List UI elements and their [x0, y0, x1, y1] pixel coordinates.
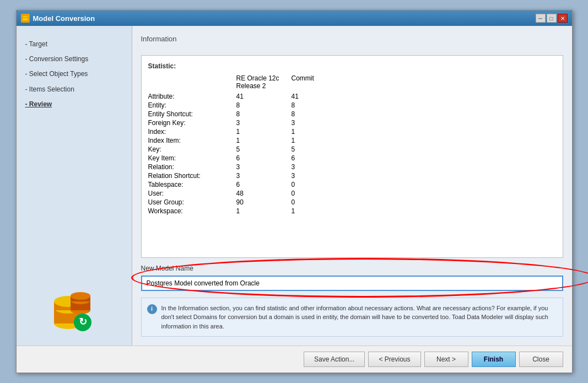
database-icon-stack: ↻ [52, 290, 96, 335]
info-icon: i [147, 304, 157, 314]
stat-name: Attribute: [148, 93, 236, 100]
table-row: Relation Shortcut: 3 3 [148, 171, 556, 180]
stats-rows: Attribute: 41 41 Entity: 8 8 Entity Shor… [148, 92, 556, 215]
table-row: Foreign Key: 3 3 [148, 118, 556, 127]
sidebar-item-items-selection[interactable]: - Items Selection [22, 82, 126, 97]
stat-commit-value: 3 [292, 163, 347, 171]
stat-re-value: 6 [236, 154, 292, 162]
table-row: Tablespace: 6 0 [148, 180, 556, 189]
stat-commit-value: 0 [292, 181, 347, 188]
titlebar: Model Conversion ─ □ ✕ [17, 10, 572, 26]
close-button[interactable]: Close [519, 352, 563, 367]
svg-text:↻: ↻ [79, 316, 87, 327]
stat-commit-value: 5 [292, 145, 347, 153]
main-panel: Information Statistic: RE Oracle 12c Rel… [132, 26, 572, 346]
stat-name: Tablespace: [148, 181, 236, 188]
stat-re-value: 3 [236, 172, 292, 180]
stat-name: Relation Shortcut: [148, 172, 236, 180]
col-re-header: RE Oracle 12c Release 2 [236, 74, 292, 90]
statistic-label: Statistic: [148, 62, 556, 70]
sidebar-item-select-object-types[interactable]: - Select Object Types [22, 67, 126, 82]
table-row: Entity Shortcut: 8 8 [148, 110, 556, 118]
stat-commit-value: 1 [292, 137, 347, 144]
stat-re-value: 8 [236, 101, 292, 109]
close-window-button[interactable]: ✕ [558, 14, 568, 23]
stat-name: User: [148, 190, 236, 197]
footer: Save Action... < Previous Next > Finish … [17, 346, 572, 373]
stat-name: Index Item: [148, 137, 236, 144]
stat-commit-value: 1 [292, 207, 347, 215]
sidebar-icon-area: ↻ [22, 279, 126, 335]
info-note-text: In the Information section, you can find… [161, 304, 557, 331]
table-row: User Group: 90 0 [148, 198, 556, 207]
window-title: Model Conversion [33, 14, 95, 23]
stat-name: Entity: [148, 101, 236, 109]
sidebar-item-review[interactable]: - Review [22, 97, 126, 112]
stat-commit-value: 8 [292, 101, 347, 109]
stat-name: Relation: [148, 163, 236, 171]
stat-re-value: 90 [236, 198, 292, 206]
svg-point-12 [71, 292, 90, 300]
next-button[interactable]: Next > [424, 352, 468, 367]
stat-commit-value: 8 [292, 110, 347, 118]
svg-point-2 [23, 18, 28, 20]
stat-re-value: 3 [236, 119, 292, 127]
stat-re-value: 6 [236, 181, 292, 188]
stat-name: Workspace: [148, 207, 236, 215]
finish-button[interactable]: Finish [472, 352, 516, 367]
new-model-name-input[interactable] [141, 276, 563, 291]
stat-re-value: 8 [236, 110, 292, 118]
model-conversion-window: Model Conversion ─ □ ✕ - Target - Conver… [16, 10, 573, 373]
col-name-header [148, 74, 236, 90]
stat-commit-value: 0 [292, 190, 347, 197]
table-row: Key Item: 6 6 [148, 154, 556, 163]
stat-re-value: 1 [236, 128, 292, 136]
stats-header-row: RE Oracle 12c Release 2 Commit [148, 74, 556, 92]
dialog-content: - Target - Conversion Settings - Select … [17, 26, 572, 346]
titlebar-buttons: ─ □ ✕ [536, 14, 568, 23]
stat-name: Key: [148, 145, 236, 153]
minimize-button[interactable]: ─ [536, 14, 546, 23]
stat-commit-value: 1 [292, 128, 347, 136]
stat-re-value: 48 [236, 190, 292, 197]
table-row: Workspace: 1 1 [148, 207, 556, 215]
previous-button[interactable]: < Previous [368, 352, 420, 367]
stat-re-value: 1 [236, 137, 292, 144]
stat-name: Entity Shortcut: [148, 110, 236, 118]
table-row: Attribute: 41 41 [148, 92, 556, 101]
stat-name: User Group: [148, 198, 236, 206]
info-note: i In the Information section, you can fi… [141, 298, 563, 337]
stat-re-value: 3 [236, 163, 292, 171]
sidebar: - Target - Conversion Settings - Select … [17, 26, 132, 346]
stats-container: RE Oracle 12c Release 2 Commit Attribute… [148, 72, 556, 218]
stat-name: Key Item: [148, 154, 236, 162]
sidebar-item-conversion-settings[interactable]: - Conversion Settings [22, 52, 126, 67]
stat-name: Index: [148, 128, 236, 136]
stat-commit-value: 0 [292, 198, 347, 206]
name-input-label: New Model Name [141, 265, 563, 272]
titlebar-left: Model Conversion [21, 14, 95, 23]
info-section-title: Information [141, 35, 563, 43]
name-input-section: New Model Name [141, 265, 563, 291]
stat-re-value: 5 [236, 145, 292, 153]
window-icon [21, 14, 30, 23]
info-section: Statistic: RE Oracle 12c Release 2 Commi… [141, 55, 563, 258]
table-row: Index Item: 1 1 [148, 136, 556, 145]
stat-commit-value: 6 [292, 154, 347, 162]
table-row: Relation: 3 3 [148, 163, 556, 171]
stat-re-value: 1 [236, 207, 292, 215]
stat-commit-value: 3 [292, 172, 347, 180]
sidebar-item-target[interactable]: - Target [22, 37, 126, 52]
col-commit-header: Commit [292, 74, 347, 90]
table-row: Entity: 8 8 [148, 101, 556, 110]
table-row: User: 48 0 [148, 189, 556, 198]
table-row: Key: 5 5 [148, 145, 556, 154]
table-row: Index: 1 1 [148, 127, 556, 136]
maximize-button[interactable]: □ [547, 14, 557, 23]
stat-re-value: 41 [236, 93, 292, 100]
stat-name: Foreign Key: [148, 119, 236, 127]
stat-commit-value: 41 [292, 93, 347, 100]
stat-commit-value: 3 [292, 119, 347, 127]
save-action-button[interactable]: Save Action... [304, 352, 365, 367]
